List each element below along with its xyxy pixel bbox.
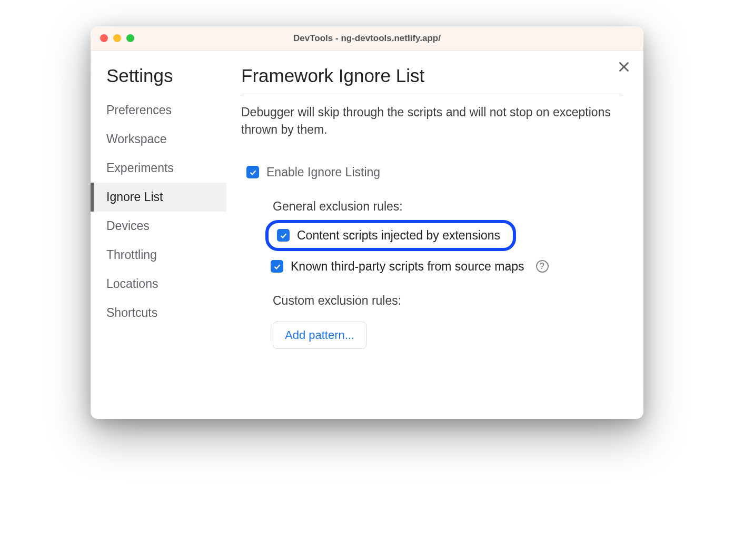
sidebar-item-preferences[interactable]: Preferences — [91, 96, 226, 125]
sidebar-item-label: Throttling — [106, 248, 157, 262]
checkbox-checked-icon[interactable] — [271, 260, 283, 273]
settings-sidebar: Settings Preferences Workspace Experimen… — [91, 51, 226, 404]
sidebar-item-label: Workspace — [106, 132, 167, 146]
rule-third-party-scripts[interactable]: Known third-party scripts from source ma… — [265, 256, 622, 277]
sidebar-item-label: Shortcuts — [106, 306, 157, 319]
sidebar-item-label: Devices — [106, 219, 150, 233]
sidebar-item-ignore-list[interactable]: Ignore List — [91, 183, 226, 212]
page-title: Framework Ignore List — [241, 65, 622, 94]
window-close-button[interactable] — [100, 34, 108, 42]
page-description: Debugger will skip through the scripts a… — [241, 104, 622, 139]
sidebar-item-label: Ignore List — [106, 190, 163, 204]
sidebar-item-workspace[interactable]: Workspace — [91, 125, 226, 154]
highlighted-rule: Content scripts injected by extensions — [265, 220, 516, 251]
sidebar-item-locations[interactable]: Locations — [91, 269, 226, 298]
enable-ignore-listing-row[interactable]: Enable Ignore Listing — [241, 162, 622, 183]
rule-content-scripts[interactable]: Content scripts injected by extensions — [272, 225, 505, 246]
add-pattern-label: Add pattern... — [285, 328, 354, 342]
rule-label: Content scripts injected by extensions — [297, 228, 500, 243]
help-icon[interactable]: ? — [536, 260, 549, 273]
sidebar-item-label: Experiments — [106, 161, 174, 175]
sidebar-item-label: Locations — [106, 277, 158, 291]
settings-content: Settings Preferences Workspace Experimen… — [91, 51, 643, 419]
checkbox-checked-icon[interactable] — [277, 229, 290, 242]
window-title: DevTools - ng-devtools.netlify.app/ — [91, 33, 643, 44]
general-rules-heading: General exclusion rules: — [273, 199, 622, 214]
custom-rules-heading: Custom exclusion rules: — [273, 294, 622, 308]
sidebar-title: Settings — [91, 63, 226, 96]
checkbox-checked-icon[interactable] — [246, 166, 259, 178]
window-controls — [100, 34, 134, 42]
devtools-settings-window: DevTools - ng-devtools.netlify.app/ Sett… — [91, 26, 643, 419]
sidebar-item-devices[interactable]: Devices — [91, 212, 226, 241]
titlebar: DevTools - ng-devtools.netlify.app/ — [91, 26, 643, 51]
window-minimize-button[interactable] — [113, 34, 121, 42]
add-pattern-button[interactable]: Add pattern... — [273, 322, 366, 349]
close-icon[interactable] — [617, 60, 631, 76]
sidebar-item-shortcuts[interactable]: Shortcuts — [91, 298, 226, 327]
enable-ignore-listing-label: Enable Ignore Listing — [266, 165, 380, 179]
sidebar-item-throttling[interactable]: Throttling — [91, 241, 226, 269]
window-maximize-button[interactable] — [126, 34, 134, 42]
rule-label: Known third-party scripts from source ma… — [291, 259, 524, 274]
general-rules-group: Content scripts injected by extensions K… — [265, 220, 622, 277]
settings-main-panel: Framework Ignore List Debugger will skip… — [226, 51, 643, 404]
sidebar-item-label: Preferences — [106, 103, 172, 117]
sidebar-item-experiments[interactable]: Experiments — [91, 154, 226, 183]
